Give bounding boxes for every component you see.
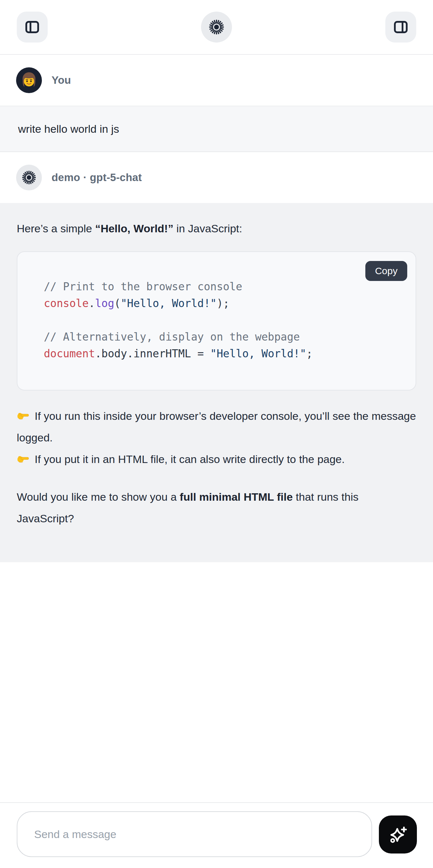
composer <box>0 802 433 868</box>
code-line <box>44 312 403 329</box>
user-message-text: write hello world in js <box>18 123 119 135</box>
sidebar-right-icon <box>393 19 409 35</box>
intro-suffix: in JavaScript: <box>173 222 242 235</box>
sparkle-plus-icon <box>388 825 408 844</box>
user-sender-name: You <box>52 74 71 86</box>
point-right-emoji <box>17 409 30 422</box>
closing-prefix: Would you like me to show you a <box>17 491 180 503</box>
intro-prefix: Here’s a simple <box>17 222 95 235</box>
assistant-sender-name: demo · gpt-5-chat <box>52 172 142 184</box>
assistant-paragraph: If you run this inside your browser’s de… <box>17 405 416 448</box>
user-message: write hello world in js <box>0 106 433 152</box>
paragraph-text: If you run this inside your browser’s de… <box>17 410 416 444</box>
message-input[interactable] <box>17 811 372 857</box>
paragraph-text: If you put it in an HTML file, it can al… <box>32 453 345 465</box>
intro-bold: “Hello, World!” <box>95 222 173 235</box>
code-line: // Alternatively, display on the webpage <box>44 329 403 345</box>
assistant-message: Here’s a simple “Hello, World!” in JavaS… <box>0 203 433 562</box>
user-avatar <box>16 67 42 93</box>
point-right-emoji <box>17 452 30 465</box>
model-spark-button[interactable] <box>201 11 232 42</box>
code-line: // Print to the browser console <box>44 278 403 295</box>
assistant-closing: Would you like me to show you a full min… <box>17 486 416 529</box>
code-line: document.body.innerHTML = "Hello, World!… <box>44 345 403 362</box>
code-line: console.log("Hello, World!"); <box>44 295 403 312</box>
assistant-paragraph: If you put it in an HTML file, it can al… <box>17 448 416 470</box>
top-bar <box>0 0 433 55</box>
copy-button[interactable]: Copy <box>365 261 407 281</box>
closing-bold: full minimal HTML file <box>180 491 293 503</box>
sidebar-toggle-left-button[interactable] <box>17 11 48 42</box>
assistant-avatar <box>16 165 42 190</box>
starburst-icon <box>21 170 37 185</box>
code-block: Copy // Print to the browser consolecons… <box>17 251 416 391</box>
sidebar-toggle-right-button[interactable] <box>385 11 416 42</box>
assistant-intro: Here’s a simple “Hello, World!” in JavaS… <box>17 218 416 239</box>
code-lines: // Print to the browser consoleconsole.l… <box>44 278 403 362</box>
user-sender-row: You <box>0 55 433 106</box>
sidebar-left-icon <box>24 19 40 35</box>
send-button[interactable] <box>379 815 417 854</box>
assistant-paragraphs: If you run this inside your browser’s de… <box>17 405 416 470</box>
assistant-sender-row: demo · gpt-5-chat <box>0 152 433 203</box>
starburst-icon <box>208 19 225 35</box>
